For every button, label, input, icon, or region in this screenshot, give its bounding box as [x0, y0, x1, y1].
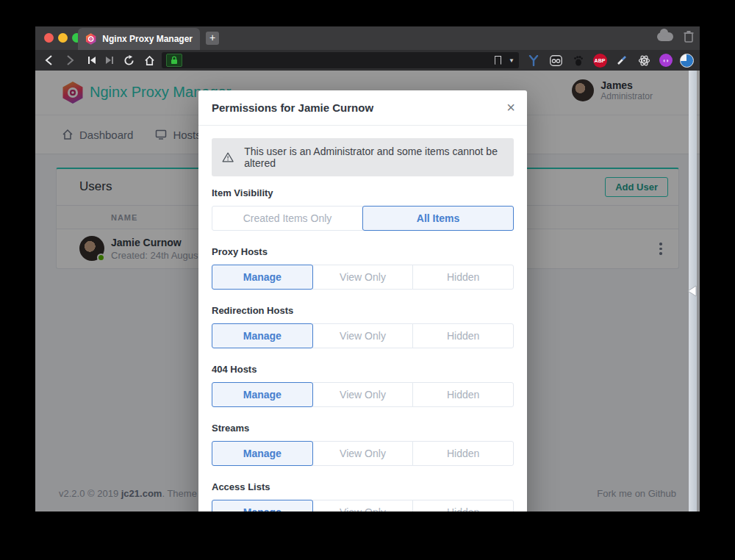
alert-text: This user is an Administrator and some i…: [244, 146, 503, 169]
admin-alert: This user is an Administrator and some i…: [212, 138, 514, 176]
access-lists-hidden[interactable]: Hidden: [412, 500, 514, 511]
option-all-items[interactable]: All Items: [362, 206, 514, 231]
section-label-streams: Streams: [212, 423, 514, 434]
bookmarks-dropdown-icon[interactable]: ▼: [509, 57, 514, 64]
tab-title: Nginx Proxy Manager: [102, 34, 193, 44]
cloud-icon[interactable]: [657, 32, 673, 41]
streams-view-only[interactable]: View Only: [312, 441, 414, 466]
minimize-window-button[interactable]: [58, 33, 68, 43]
section-label-404-hosts: 404 Hosts: [212, 364, 514, 375]
back-icon[interactable]: [41, 52, 57, 68]
option-created-items-only[interactable]: Created Items Only: [212, 206, 363, 231]
404-hosts-view-only[interactable]: View Only: [312, 382, 414, 407]
streams-hidden[interactable]: Hidden: [412, 441, 514, 466]
access-lists-group: Manage View Only Hidden: [212, 500, 514, 511]
extension-pen-icon[interactable]: [614, 53, 629, 68]
mouse-cursor: [688, 285, 697, 297]
section-label-proxy-hosts: Proxy Hosts: [212, 246, 514, 257]
extension-timer-icon[interactable]: [679, 53, 694, 68]
web-viewport: Nginx Proxy Manager James Administrator …: [35, 71, 700, 511]
close-window-button[interactable]: [44, 33, 54, 43]
favicon-npm-icon: [85, 33, 96, 45]
adblock-badge: ABP: [593, 54, 607, 68]
404-hosts-hidden[interactable]: Hidden: [412, 382, 514, 407]
skip-back-icon[interactable]: [84, 52, 100, 68]
access-lists-view-only[interactable]: View Only: [312, 500, 414, 511]
section-label-access-lists: Access Lists: [212, 481, 514, 492]
close-icon[interactable]: ×: [506, 98, 515, 116]
extension-atom-icon[interactable]: [637, 53, 651, 68]
home-icon[interactable]: [141, 52, 157, 68]
extension-goggles-icon[interactable]: [548, 53, 563, 68]
redirection-hosts-manage[interactable]: Manage: [212, 323, 313, 348]
streams-manage[interactable]: Manage: [212, 441, 313, 466]
warning-icon: [222, 151, 234, 163]
redirection-hosts-group: Manage View Only Hidden: [212, 323, 514, 348]
ssl-lock-icon[interactable]: [166, 54, 182, 67]
extension-adblock-icon[interactable]: ABP: [592, 53, 607, 68]
browser-toolbar: ▼ ABP ◖◗: [35, 50, 700, 71]
404-hosts-group: Manage View Only Hidden: [212, 382, 514, 407]
trash-icon[interactable]: [684, 30, 694, 43]
bookmark-icon[interactable]: [495, 56, 501, 65]
extension-gnome-foot-icon[interactable]: [570, 53, 585, 68]
redirection-hosts-view-only[interactable]: View Only: [312, 323, 414, 348]
section-label-item-visibility: Item Visibility: [212, 187, 514, 198]
permissions-modal: Permissions for Jamie Curnow × This user…: [198, 90, 527, 511]
browser-titlebar: Nginx Proxy Manager +: [35, 26, 700, 50]
forward-icon[interactable]: [62, 52, 78, 68]
proxy-hosts-view-only[interactable]: View Only: [312, 265, 414, 290]
section-label-redirection-hosts: Redirection Hosts: [212, 305, 514, 316]
address-bar[interactable]: ▼: [162, 52, 519, 68]
proxy-hosts-group: Manage View Only Hidden: [212, 265, 514, 290]
browser-window: Nginx Proxy Manager +: [35, 26, 700, 511]
streams-group: Manage View Only Hidden: [212, 441, 514, 466]
proxy-hosts-manage[interactable]: Manage: [212, 265, 313, 290]
access-lists-manage[interactable]: Manage: [212, 500, 313, 511]
new-tab-button[interactable]: +: [206, 32, 219, 45]
skip-forward-icon[interactable]: [101, 52, 118, 68]
extension-purple-icon[interactable]: ◖◗: [659, 53, 673, 68]
extension-fork-icon[interactable]: [526, 53, 541, 68]
404-hosts-manage[interactable]: Manage: [212, 382, 313, 407]
proxy-hosts-hidden[interactable]: Hidden: [412, 265, 514, 290]
item-visibility-group: Created Items Only All Items: [212, 206, 514, 231]
browser-tab[interactable]: Nginx Proxy Manager: [78, 28, 200, 50]
reload-icon[interactable]: [121, 52, 137, 68]
redirection-hosts-hidden[interactable]: Hidden: [412, 323, 514, 348]
modal-title: Permissions for Jamie Curnow: [212, 101, 373, 114]
